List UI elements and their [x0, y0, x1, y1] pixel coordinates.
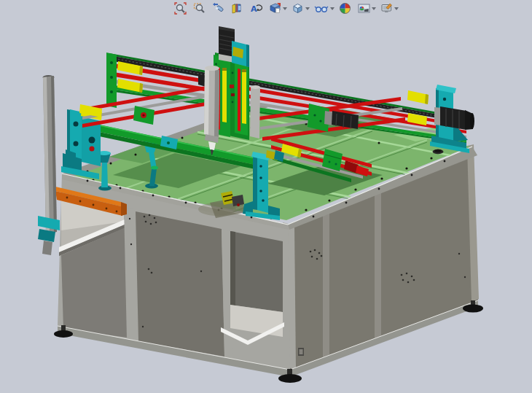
solidworks-graphics-window: A [0, 0, 532, 393]
graphics-area[interactable] [0, 0, 532, 393]
z-axis-assembly[interactable] [204, 26, 260, 155]
cable-post[interactable] [38, 75, 60, 255]
